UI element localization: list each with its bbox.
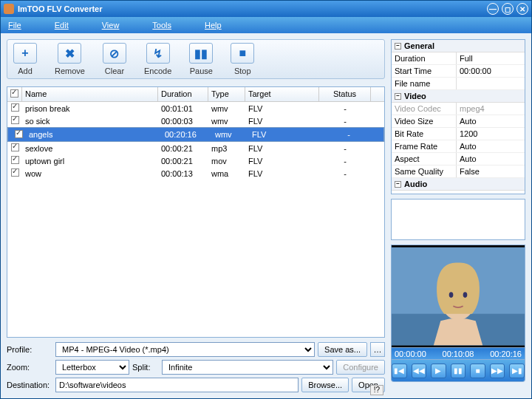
property-key: Start Time [392, 65, 457, 77]
statusbar-help-button[interactable]: !? [370, 385, 383, 395]
header-target[interactable]: Target [245, 87, 319, 101]
cell-status: - [319, 143, 371, 154]
cell-name: angels [26, 129, 162, 140]
property-value[interactable]: Full [457, 52, 525, 64]
cell-target: FLV [245, 143, 319, 154]
cell-duration: 00:00:21 [158, 143, 208, 154]
player-stop-button[interactable]: ■ [470, 364, 485, 378]
configure-button[interactable]: Configure [336, 360, 385, 375]
list-header: Name Duration Type Target Status [7, 87, 384, 102]
row-checkbox[interactable] [11, 168, 19, 177]
property-row[interactable]: Video SizeAuto [392, 115, 525, 128]
property-value[interactable]: Auto [457, 153, 525, 165]
row-checkbox[interactable] [11, 103, 19, 112]
property-value[interactable]: False [457, 166, 525, 177]
close-button[interactable]: ✕ [516, 3, 528, 15]
property-key: Frame Rate [392, 140, 457, 152]
table-row[interactable]: so sick00:00:03wmvFLV- [7, 115, 384, 127]
encode-button[interactable]: ↯Encode [144, 43, 171, 75]
cell-type: mp3 [208, 143, 245, 154]
minimize-button[interactable]: — [487, 3, 499, 15]
property-key: Video Size [392, 115, 457, 127]
player-play-button[interactable]: ▶ [431, 364, 446, 378]
properties-panel[interactable]: −General DurationFullStart Time00:00:00F… [391, 39, 525, 194]
header-check[interactable] [7, 87, 22, 101]
cell-type: mov [208, 156, 245, 166]
preview-timeline[interactable]: 00:00:00 00:10:08 00:20:16 [391, 348, 525, 360]
property-row[interactable]: Start Time00:00:00 [392, 65, 525, 78]
titlebar: ImTOO FLV Converter — ◻ ✕ [1, 1, 531, 17]
group-audio[interactable]: −Audio [392, 178, 525, 191]
preview-image [392, 245, 525, 347]
cell-status: - [319, 103, 371, 114]
property-value[interactable]: mpeg4 [457, 103, 525, 115]
profile-select[interactable]: MP4 - MPEG-4 Video (*.mp4) [55, 342, 315, 357]
property-value[interactable]: 1200 [457, 128, 525, 140]
cell-target: FLV [249, 129, 323, 140]
menu-tools[interactable]: Tools [152, 21, 171, 30]
add-button[interactable]: +Add [13, 43, 37, 75]
property-value[interactable]: Auto [457, 140, 525, 152]
property-row[interactable]: AspectAuto [392, 153, 525, 166]
cell-name: prison break [22, 103, 158, 114]
profile-more-button[interactable]: … [370, 342, 385, 357]
remove-button[interactable]: ✖Remove [55, 43, 85, 75]
row-checkbox[interactable] [11, 143, 19, 151]
property-key: Duration [392, 52, 457, 64]
stop-button[interactable]: ■Stop [231, 43, 254, 75]
player-next-button[interactable]: ▶▮ [509, 364, 525, 378]
row-checkbox[interactable] [11, 156, 19, 164]
cell-type: wmv [208, 116, 245, 126]
property-key: File name [392, 78, 457, 89]
pause-button[interactable]: ▮▮Pause [189, 43, 213, 75]
profile-label: Profile: [7, 345, 52, 354]
save-as-button[interactable]: Save as... [318, 342, 367, 357]
row-checkbox[interactable] [11, 116, 19, 124]
property-row[interactable]: Frame RateAuto [392, 140, 525, 153]
table-row[interactable]: sexlove00:00:21mp3FLV- [7, 142, 384, 154]
split-label: Split: [132, 363, 159, 372]
preview-pane[interactable] [391, 245, 525, 348]
menu-help[interactable]: Help [205, 21, 222, 30]
property-value[interactable]: 00:00:00 [457, 65, 525, 77]
header-type[interactable]: Type [208, 87, 245, 101]
cell-target: FLV [245, 156, 319, 166]
property-row[interactable]: Video Codecmpeg4 [392, 103, 525, 115]
clear-button[interactable]: ⊘Clear [103, 43, 126, 75]
cell-status: - [319, 156, 371, 166]
cell-status: - [323, 129, 375, 140]
cell-name: so sick [22, 116, 158, 126]
player-controls: ▮◀ ◀◀ ▶ ▮▮ ■ ▶▶ ▶▮ [391, 360, 525, 382]
split-select[interactable]: Infinite [162, 360, 333, 375]
property-row[interactable]: Bit Rate1200 [392, 128, 525, 140]
row-checkbox[interactable] [15, 130, 23, 138]
header-status[interactable]: Status [319, 87, 371, 101]
player-pause-button[interactable]: ▮▮ [451, 364, 466, 378]
player-rewind-button[interactable]: ◀◀ [412, 364, 427, 378]
property-key: Aspect [392, 153, 457, 165]
group-general[interactable]: −General [392, 40, 525, 52]
property-row[interactable]: File name [392, 78, 525, 90]
table-row[interactable]: prison break00:01:01wmvFLV- [7, 102, 384, 115]
property-row[interactable]: Same QualityFalse [392, 166, 525, 178]
player-forward-button[interactable]: ▶▶ [490, 364, 505, 378]
svg-point-3 [449, 292, 454, 298]
property-row[interactable]: DurationFull [392, 52, 525, 65]
group-video[interactable]: −Video [392, 90, 525, 103]
table-row[interactable]: angels00:20:16wmvFLV- [7, 127, 384, 142]
menu-file[interactable]: File [8, 21, 21, 30]
header-duration[interactable]: Duration [158, 87, 208, 101]
time-end: 00:20:16 [490, 349, 522, 358]
cell-duration: 00:01:01 [158, 103, 208, 114]
player-prev-button[interactable]: ▮◀ [392, 364, 407, 378]
table-row[interactable]: wow00:00:13wmaFLV- [7, 167, 384, 180]
zoom-select[interactable]: Letterbox [55, 360, 129, 375]
maximize-button[interactable]: ◻ [502, 3, 514, 15]
menu-edit[interactable]: Edit [55, 21, 69, 30]
header-name[interactable]: Name [22, 87, 158, 101]
table-row[interactable]: uptown girl00:00:21movFLV- [7, 154, 384, 167]
property-value[interactable]: Auto [457, 115, 525, 127]
cell-name: wow [22, 168, 158, 179]
menu-view[interactable]: View [102, 21, 120, 30]
property-value[interactable] [457, 78, 525, 89]
